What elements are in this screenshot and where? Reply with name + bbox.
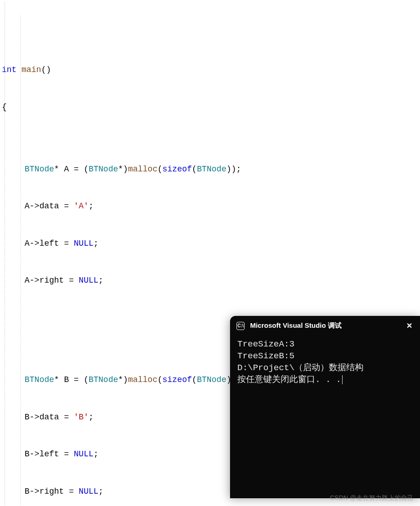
code-line: { <box>2 101 420 114</box>
terminal-icon: C:\ <box>236 322 245 330</box>
close-icon[interactable]: ✕ <box>404 320 415 331</box>
console-output[interactable]: TreeSizeA:3 TreeSizeB:5 D:\Project\（启动）数… <box>230 336 420 388</box>
indent-guide <box>20 15 21 506</box>
console-line: D:\Project\（启动）数据结构 <box>237 362 414 374</box>
watermark-text: CSDN @走在努力路上的自己 <box>330 494 414 502</box>
console-line: TreeSizeA:3 <box>237 338 414 350</box>
fold-guide <box>5 2 5 506</box>
code-line: BTNode* A = (BTNode*)malloc(sizeof(BTNod… <box>2 163 420 176</box>
console-line: 按任意键关闭此窗口. . . <box>237 374 414 386</box>
debug-console-window[interactable]: C:\ Microsoft Visual Studio 调试 ✕ TreeSiz… <box>230 316 420 498</box>
console-line: TreeSizeB:5 <box>237 350 414 362</box>
code-line: A->left = NULL; <box>2 238 420 250</box>
console-title-text: Microsoft Visual Studio 调试 <box>250 321 342 330</box>
code-line: A->right = NULL; <box>2 274 420 287</box>
code-line: int main() <box>2 64 420 76</box>
code-line: A->data = 'A'; <box>2 200 420 212</box>
console-cursor <box>342 375 343 384</box>
console-titlebar[interactable]: C:\ Microsoft Visual Studio 调试 ✕ <box>230 316 420 336</box>
